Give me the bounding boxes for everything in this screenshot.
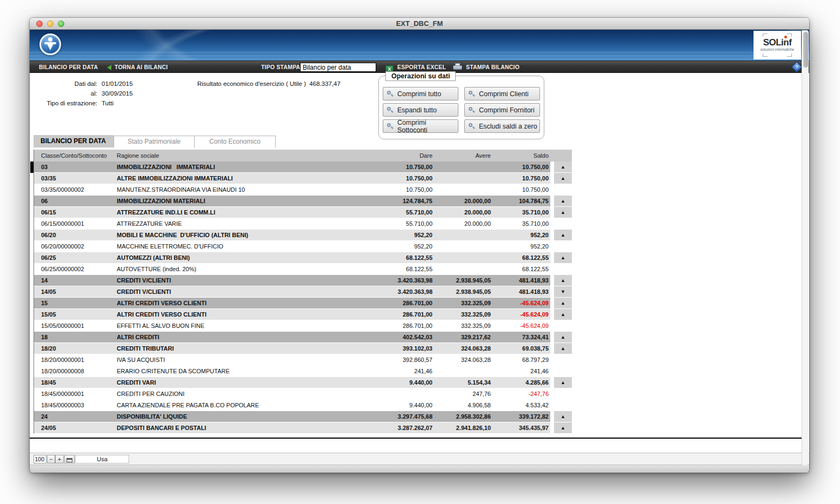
table-row[interactable]: 14CREDITI V/CLIENTI3.420.363,982.938.945…: [34, 275, 572, 286]
cell-dare: 952,20: [374, 230, 434, 240]
cell-saldo: 481.418,93: [492, 275, 550, 286]
cell-saldo: -247,76: [492, 388, 550, 399]
zoom-out-button[interactable]: −: [47, 455, 55, 463]
banner-stripes: [30, 52, 809, 61]
table-row[interactable]: 18/45/00000003CARTA AZIENDALE PRE PAGATA…: [34, 400, 572, 411]
back-to-bilanci-button[interactable]: TORNA AI BILANCI: [107, 61, 168, 73]
ops-button-comprimi-fornitori[interactable]: Comprimi Fornitori: [464, 103, 540, 117]
zoom-level-field[interactable]: 100: [34, 455, 46, 463]
collapse-arrow-icon[interactable]: ▲: [554, 377, 572, 388]
cell-dare: 3.287.262,07: [374, 422, 434, 433]
table-header: Classe/Conto/Sottoconto Ragione sociale …: [34, 150, 572, 162]
table-row[interactable]: 24/05DEPOSITI BANCARI E POSTALI3.287.262…: [34, 422, 572, 434]
table-row[interactable]: 06/20/00000002MACCHINE ELETTROMEC. D'UFF…: [34, 241, 572, 252]
cell-code: 18/20: [34, 343, 115, 354]
collapse-arrow-icon[interactable]: ▲: [554, 343, 572, 354]
cell-ragione-sociale: DISPONIBILITA' LIQUIDE: [115, 411, 374, 422]
table-row[interactable]: 24DISPONIBILITA' LIQUIDE3.297.475,682.95…: [34, 411, 572, 422]
collapse-arrow-icon[interactable]: ▲: [554, 411, 572, 422]
table-row[interactable]: 06/25AUTOMEZZI (ALTRI BENI)68.122,5568.1…: [34, 252, 572, 264]
table-row[interactable]: 15ALTRI CREDITI VERSO CLIENTI286.701,003…: [34, 298, 572, 309]
cell-avere: 324.063,28: [434, 354, 492, 365]
cell-avere: 4.906,58: [434, 400, 492, 411]
table-row[interactable]: 03/35ALTRE IMMOBILIZZAZIONI IMMATERIALI1…: [34, 173, 572, 184]
operations-buttons: Comprimi tuttoComprimi ClientiEspandi tu…: [383, 87, 541, 133]
zoom-in-button[interactable]: +: [55, 455, 64, 463]
ops-button-comprimi-tutto[interactable]: Comprimi tutto: [383, 87, 458, 100]
tab-stato-patrimoniale[interactable]: Stato Patrimoniale: [114, 136, 195, 147]
row-gap: [550, 366, 554, 377]
table-row[interactable]: 06IMMOBILIZZAZIONI MATERIALI124.784,7520…: [34, 196, 572, 207]
ops-button-escludi-saldi-a-zero[interactable]: Escludi saldi a zero: [464, 119, 540, 133]
magnifier-icon: [386, 123, 394, 130]
cell-ragione-sociale: IVA SU ACQUISTI: [115, 354, 374, 365]
ops-button-comprimi-clienti[interactable]: Comprimi Clienti: [464, 87, 540, 100]
table-row[interactable]: 18/20/00000001IVA SU ACQUISTI392.860,573…: [34, 354, 572, 366]
table-row[interactable]: 06/20MOBILI E MACCHINE D'UFFICIO (ALTRI …: [34, 230, 572, 241]
collapse-arrow-icon[interactable]: ▲: [554, 196, 572, 206]
collapse-arrow-icon[interactable]: ▲: [554, 173, 572, 184]
collapse-arrow-icon[interactable]: ▲: [554, 332, 572, 342]
status-toolbar-toggle-button[interactable]: [64, 455, 75, 463]
table-row[interactable]: 06/15ATTREZZATURE IND.LI E COMM.LI55.710…: [34, 207, 572, 218]
cell-dare: 286.701,00: [374, 320, 434, 331]
table-row[interactable]: 18ALTRI CREDITI402.542,03329.217,6273.32…: [34, 332, 572, 343]
table-row[interactable]: 18/20CREDITI TRIBUTARI393.102,03324.063,…: [34, 343, 572, 354]
table-row[interactable]: 14/05CREDITI V/CLIENTI3.420.363,982.938.…: [34, 286, 572, 298]
vertical-scrollbar[interactable]: [802, 30, 809, 465]
cell-code: 06/25/00000002: [34, 264, 115, 274]
collapse-arrow-icon[interactable]: ▲: [554, 275, 572, 286]
collapse-arrow-icon[interactable]: ▲: [554, 162, 572, 172]
cell-code: 18/45/00000001: [34, 388, 115, 399]
cell-ragione-sociale: ERARIO C/RITENUTE DA SCOMPUTARE: [115, 366, 374, 377]
al-label: al:: [38, 90, 97, 97]
collapse-arrow-icon[interactable]: ▲: [554, 422, 572, 433]
table-row[interactable]: 15/05ALTRI CREDITI VERSO CLIENTI286.701,…: [34, 309, 572, 320]
section-title: BILANCIO PER DATA: [39, 61, 98, 73]
cell-avere: 5.154,34: [434, 377, 492, 388]
table-row[interactable]: 18/20/00000008ERARIO C/RITENUTE DA SCOMP…: [34, 366, 572, 377]
arrow-placeholder: [554, 354, 572, 365]
cell-avere: [434, 264, 492, 274]
collapse-arrow-icon[interactable]: ▲: [554, 230, 572, 240]
arrow-placeholder: [554, 264, 572, 274]
cell-dare: 68.122,55: [374, 252, 434, 263]
ops-button-comprimi-sottoconti[interactable]: Comprimi Sottoconti: [383, 119, 458, 133]
risultato-economico: Risultato economico d'esercizio ( Utile …: [197, 80, 341, 87]
table-row[interactable]: 18/45/00000001CREDITI PER CAUZIONI247,76…: [34, 388, 572, 400]
cell-avere: 247,76: [434, 388, 492, 399]
ops-button-espandi-tutto[interactable]: Espandi tutto: [383, 103, 458, 117]
tab-conto-economico[interactable]: Conto Economico: [195, 136, 276, 147]
magnifier-icon: [468, 123, 476, 130]
cell-avere: [434, 241, 492, 252]
print-bilancio-button[interactable]: STAMPA BILANCIO: [453, 61, 519, 73]
cell-dare: 3.420.363,98: [374, 275, 434, 286]
logo-tagline: soluzioni informatiche: [754, 48, 801, 51]
cell-ragione-sociale: ALTRI CREDITI VERSO CLIENTI: [115, 298, 374, 308]
cell-saldo: 4.285,66: [492, 377, 550, 388]
tipo-stampa-input[interactable]: [300, 63, 376, 72]
cell-avere: [434, 184, 492, 195]
collapse-arrow-icon[interactable]: ▲: [554, 207, 572, 218]
table-row[interactable]: 06/15/00000001ATTREZZATURE VARIE55.710,0…: [34, 218, 572, 230]
tab-bilancio-per-data[interactable]: BILANCIO PER DATA: [34, 135, 114, 147]
collapse-arrow-icon[interactable]: ▲: [554, 309, 572, 320]
scrollbar-thumb[interactable]: [803, 32, 808, 68]
table-row[interactable]: 18/45CREDITI VARI9.440,005.154,344.285,6…: [34, 377, 572, 388]
table-row[interactable]: 03IMMOBILIZZAZIONI IMMATERIALI10.750,001…: [34, 162, 572, 173]
cell-dare: 241,46: [374, 366, 434, 377]
collapse-arrow-icon[interactable]: ▲: [554, 298, 572, 308]
table-row[interactable]: 15/05/00000001EFFETTI AL SALVO BUON FINE…: [34, 320, 572, 332]
cell-ragione-sociale: MANUTENZ.STRAORDINARIA VIA EINAUDI 10: [115, 184, 374, 195]
row-gap: [550, 343, 554, 354]
cell-code: 15/05/00000001: [34, 320, 115, 331]
help-button[interactable]: ?: [791, 62, 802, 72]
current-record-marker: [30, 162, 34, 173]
row-gap: [550, 309, 554, 320]
table-row[interactable]: 03/35/00000002MANUTENZ.STRAORDINARIA VIA…: [34, 184, 572, 196]
cell-saldo: 345.435,97: [492, 422, 550, 433]
expand-arrow-icon[interactable]: ▼: [554, 286, 572, 297]
cell-avere: [434, 252, 492, 263]
table-row[interactable]: 06/25/00000002AUTOVETTURE (inded. 20%)68…: [34, 264, 572, 275]
collapse-arrow-icon[interactable]: ▲: [554, 252, 572, 263]
